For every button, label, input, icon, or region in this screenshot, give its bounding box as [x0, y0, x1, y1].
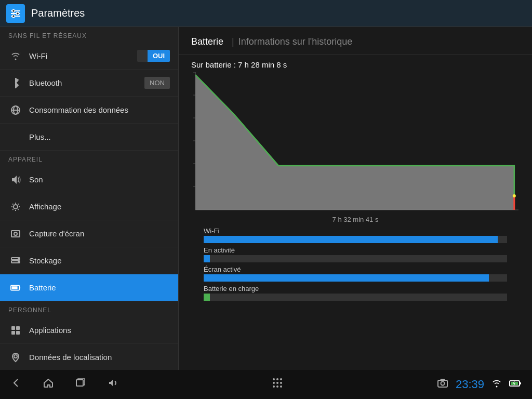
- tab-historique[interactable]: Informations sur l'historique: [238, 36, 353, 47]
- svg-point-15: [18, 261, 19, 262]
- affichage-label: Affichage: [29, 202, 170, 211]
- section-header-wifi: SANS FIL ET RÉSEAUX: [0, 27, 178, 43]
- svg-rect-20: [16, 326, 20, 330]
- svg-point-5: [12, 15, 15, 17]
- svg-point-46: [441, 382, 444, 385]
- battery-icon: [8, 283, 23, 293]
- svg-point-41: [280, 382, 282, 384]
- topbar-title: Paramètres: [31, 7, 85, 19]
- volume-button[interactable]: [107, 377, 118, 392]
- bottombar: 23:39: [0, 370, 532, 399]
- svg-rect-19: [11, 326, 15, 330]
- clock-display: 23:39: [456, 378, 484, 391]
- wifi-label: Wi-Fi: [29, 51, 137, 60]
- svg-point-37: [276, 378, 278, 380]
- usage-bar-bg-charge: [204, 294, 507, 301]
- sidebar-item-batterie[interactable]: Batterie: [0, 274, 178, 301]
- svg-point-40: [276, 382, 278, 384]
- svg-point-23: [14, 355, 17, 358]
- svg-point-43: [276, 385, 278, 388]
- battery-status-icon: [509, 379, 522, 390]
- usage-label-ecran: Écran activé: [204, 265, 507, 273]
- tab-separator: |: [232, 36, 234, 47]
- svg-point-9: [14, 205, 18, 209]
- usage-row-activite: En activité: [204, 246, 507, 262]
- section-header-appareil: APPAREIL: [0, 151, 178, 166]
- sidebar-item-localisation[interactable]: Données de localisation: [0, 344, 178, 370]
- recent-apps-button[interactable]: [75, 377, 86, 392]
- stockage-label: Stockage: [29, 256, 170, 265]
- topbar: Paramètres: [0, 0, 532, 27]
- nav-icons-left: [10, 377, 118, 392]
- sidebar-item-data[interactable]: Consommation des données: [0, 97, 178, 124]
- location-icon: [8, 352, 23, 363]
- sidebar-item-affichage[interactable]: Affichage: [0, 193, 178, 220]
- usage-row-charge: Batterie en charge: [204, 285, 507, 301]
- sidebar-item-applications[interactable]: Applications: [0, 317, 178, 344]
- svg-point-11: [14, 232, 17, 235]
- usage-bar-fill-charge: [204, 294, 210, 301]
- wifi-icon: [8, 52, 23, 60]
- chart-bottom-label: 7 h 32 min 41 s: [191, 216, 520, 223]
- usage-bar-fill-ecran: [204, 274, 489, 282]
- sidebar-item-wifi[interactable]: Wi-Fi OUI: [0, 43, 178, 70]
- usage-row-ecran: Écran activé: [204, 265, 507, 282]
- svg-rect-49: [520, 382, 521, 384]
- svg-rect-17: [12, 286, 18, 289]
- usage-bar-fill-wifi: [204, 236, 498, 243]
- sidebar-item-capture[interactable]: Capture d'écran: [0, 220, 178, 247]
- apps-grid-button[interactable]: [271, 377, 284, 392]
- svg-point-39: [273, 382, 275, 384]
- usage-row-wifi: Wi-Fi: [204, 227, 507, 243]
- back-button[interactable]: [10, 377, 22, 392]
- data-label: Consommation des données: [29, 105, 170, 114]
- svg-rect-35: [76, 380, 83, 386]
- main-layout: SANS FIL ET RÉSEAUX Wi-Fi OUI: [0, 27, 532, 370]
- wifi-toggle[interactable]: OUI: [137, 50, 170, 62]
- sidebar-item-bluetooth[interactable]: Bluetooth NON: [0, 70, 178, 97]
- sidebar-item-more[interactable]: Plus...: [0, 124, 178, 151]
- usage-bar-bg-wifi: [204, 236, 507, 243]
- svg-point-4: [17, 12, 19, 15]
- more-label: Plus...: [29, 132, 170, 141]
- bluetooth-toggle[interactable]: NON: [144, 77, 170, 89]
- wifi-toggle-off: [137, 54, 148, 58]
- bluetooth-toggle-off: NON: [144, 77, 170, 89]
- usage-label-wifi: Wi-Fi: [204, 227, 507, 235]
- battery-chart-area: Sur batterie : 7 h 28 min 8 s: [179, 55, 532, 301]
- svg-marker-32: [195, 75, 514, 210]
- content-area: Batterie | Informations sur l'historique…: [179, 27, 532, 370]
- sidebar-item-son[interactable]: Son: [0, 166, 178, 193]
- apps-icon: [8, 325, 23, 336]
- svg-point-42: [273, 385, 275, 388]
- svg-rect-21: [11, 331, 15, 335]
- content-header: Batterie | Informations sur l'historique: [179, 27, 532, 55]
- tab-batterie[interactable]: Batterie: [191, 36, 223, 47]
- applications-label: Applications: [29, 326, 170, 335]
- bluetooth-icon: [8, 78, 23, 88]
- home-button[interactable]: [43, 377, 54, 392]
- usage-label-activite: En activité: [204, 246, 507, 254]
- usage-bar-bg-ecran: [204, 274, 507, 282]
- batterie-label: Batterie: [29, 283, 170, 292]
- battery-chart: [191, 72, 520, 212]
- svg-point-14: [18, 258, 19, 259]
- usage-bar-fill-activite: [204, 255, 210, 262]
- capture-label: Capture d'écran: [29, 229, 170, 238]
- bluetooth-label: Bluetooth: [29, 78, 144, 87]
- wifi-toggle-on: OUI: [148, 50, 170, 62]
- chart-container: 7 h 32 min 41 s: [191, 72, 520, 223]
- son-label: Son: [29, 175, 170, 184]
- bottom-right-bar: 23:39: [437, 377, 522, 392]
- sound-icon: [8, 175, 23, 185]
- camera-bottom-icon[interactable]: [437, 377, 448, 392]
- section-header-personnel: PERSONNEL: [0, 301, 178, 317]
- svg-rect-18: [19, 287, 20, 289]
- sidebar-item-stockage[interactable]: Stockage: [0, 247, 178, 274]
- usage-bar-bg-activite: [204, 255, 507, 262]
- screenshot-icon: [8, 229, 23, 239]
- topbar-icon: [6, 4, 25, 23]
- svg-rect-22: [16, 331, 20, 335]
- data-icon: [8, 105, 23, 115]
- storage-icon: [8, 256, 23, 266]
